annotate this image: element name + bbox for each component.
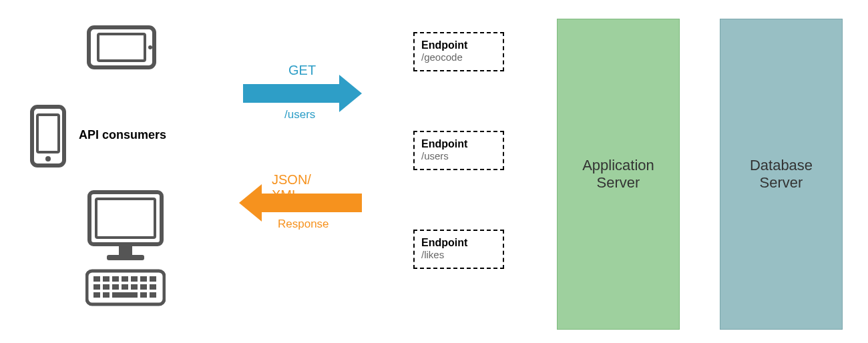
svg-rect-18 xyxy=(93,284,100,290)
svg-rect-19 xyxy=(103,284,110,290)
endpoint-users: Endpoint /users xyxy=(413,131,504,170)
svg-rect-13 xyxy=(112,276,119,282)
database-server-label: Database Server xyxy=(750,157,813,192)
svg-point-5 xyxy=(45,156,51,161)
endpoint-likes: Endpoint /likes xyxy=(413,230,504,269)
endpoint-title: Endpoint xyxy=(421,137,496,150)
svg-rect-29 xyxy=(150,292,156,298)
svg-rect-24 xyxy=(150,284,156,290)
database-server: Database Server xyxy=(720,19,843,330)
tablet-icon xyxy=(87,25,156,69)
response-label: Response xyxy=(278,218,329,231)
svg-rect-4 xyxy=(37,115,59,152)
endpoint-geocode: Endpoint /geocode xyxy=(413,32,504,71)
svg-rect-28 xyxy=(140,292,147,298)
svg-rect-22 xyxy=(131,284,138,290)
svg-rect-27 xyxy=(112,292,138,298)
request-path: /users xyxy=(284,108,315,121)
svg-point-2 xyxy=(148,45,152,49)
endpoint-title: Endpoint xyxy=(421,39,496,51)
endpoint-path: /users xyxy=(421,150,496,162)
application-server-label: Application Server xyxy=(582,157,654,192)
svg-rect-20 xyxy=(112,284,119,290)
phone-icon xyxy=(29,104,67,168)
svg-rect-15 xyxy=(131,276,138,282)
desktop-icon xyxy=(85,188,166,308)
svg-rect-14 xyxy=(122,276,128,282)
svg-rect-16 xyxy=(140,276,147,282)
svg-rect-23 xyxy=(140,284,147,290)
svg-rect-7 xyxy=(96,199,155,238)
endpoint-path: /likes xyxy=(421,249,496,261)
svg-rect-17 xyxy=(150,276,156,282)
svg-rect-12 xyxy=(103,276,110,282)
request-method: GET xyxy=(288,63,316,78)
endpoint-path: /geocode xyxy=(421,51,496,63)
endpoint-title: Endpoint xyxy=(421,236,496,249)
svg-rect-21 xyxy=(122,284,128,290)
svg-rect-1 xyxy=(98,34,145,61)
svg-rect-8 xyxy=(119,246,132,255)
svg-rect-11 xyxy=(93,276,100,282)
svg-rect-26 xyxy=(103,292,110,298)
svg-rect-25 xyxy=(93,292,100,298)
svg-rect-9 xyxy=(107,255,144,260)
api-consumers-label: API consumers xyxy=(79,128,166,142)
application-server: Application Server xyxy=(557,19,680,330)
